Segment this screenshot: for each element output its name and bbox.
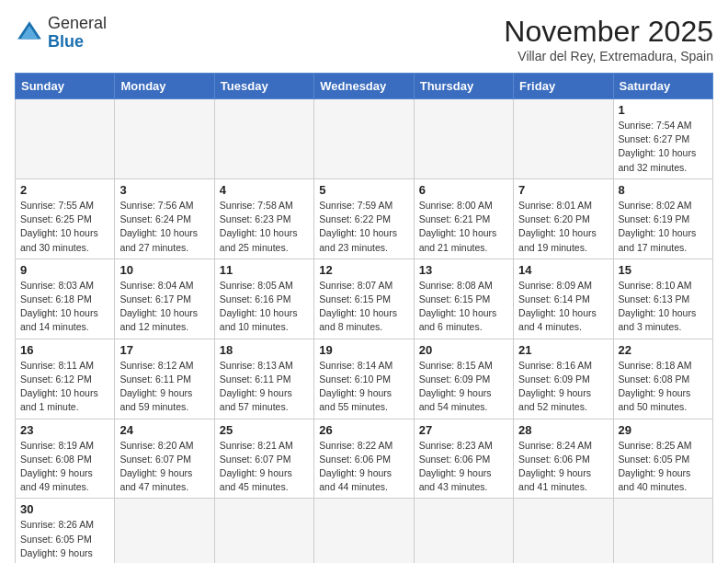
- day-number: 29: [619, 423, 708, 437]
- calendar-cell: 10Sunrise: 8:04 AM Sunset: 6:17 PM Dayli…: [115, 259, 214, 339]
- calendar-cell: [214, 99, 313, 179]
- calendar-cell: 28Sunrise: 8:24 AM Sunset: 6:06 PM Dayli…: [514, 419, 613, 499]
- weekday-header-thursday: Thursday: [414, 74, 513, 99]
- day-info: Sunrise: 8:18 AM Sunset: 6:08 PM Dayligh…: [619, 359, 708, 415]
- day-number: 30: [20, 502, 109, 516]
- day-number: 8: [619, 183, 708, 197]
- day-number: 19: [319, 343, 408, 357]
- calendar-cell: 15Sunrise: 8:10 AM Sunset: 6:13 PM Dayli…: [613, 259, 712, 339]
- day-info: Sunrise: 8:24 AM Sunset: 6:06 PM Dayligh…: [518, 439, 608, 495]
- weekday-header-row: SundayMondayTuesdayWednesdayThursdayFrid…: [16, 74, 713, 99]
- day-info: Sunrise: 8:23 AM Sunset: 6:06 PM Dayligh…: [419, 439, 508, 495]
- day-info: Sunrise: 8:14 AM Sunset: 6:10 PM Dayligh…: [319, 359, 408, 415]
- calendar-cell: 2Sunrise: 7:55 AM Sunset: 6:25 PM Daylig…: [16, 178, 115, 259]
- day-number: 21: [518, 343, 608, 357]
- day-number: 4: [220, 183, 309, 197]
- day-info: Sunrise: 8:09 AM Sunset: 6:14 PM Dayligh…: [518, 279, 608, 335]
- calendar-cell: 11Sunrise: 8:05 AM Sunset: 6:16 PM Dayli…: [214, 259, 313, 339]
- logo-blue-text: Blue: [48, 32, 84, 51]
- calendar-cell: [314, 499, 414, 563]
- day-number: 16: [20, 343, 109, 357]
- calendar-cell: [514, 99, 613, 179]
- calendar-subtitle: Villar del Rey, Extremadura, Spain: [504, 49, 713, 63]
- calendar-cell: [16, 99, 115, 179]
- day-info: Sunrise: 8:12 AM Sunset: 6:11 PM Dayligh…: [119, 359, 209, 415]
- day-number: 22: [619, 343, 708, 357]
- day-info: Sunrise: 8:02 AM Sunset: 6:19 PM Dayligh…: [619, 199, 708, 255]
- weekday-header-saturday: Saturday: [613, 74, 712, 99]
- day-info: Sunrise: 7:54 AM Sunset: 6:27 PM Dayligh…: [619, 119, 708, 175]
- day-number: 18: [220, 343, 309, 357]
- calendar-cell: 25Sunrise: 8:21 AM Sunset: 6:07 PM Dayli…: [214, 419, 313, 499]
- weekday-header-sunday: Sunday: [16, 74, 115, 99]
- day-number: 2: [20, 183, 109, 197]
- calendar-cell: [414, 499, 513, 563]
- day-info: Sunrise: 8:15 AM Sunset: 6:09 PM Dayligh…: [419, 359, 508, 415]
- calendar-cell: [314, 99, 414, 179]
- day-number: 20: [419, 343, 508, 357]
- day-number: 14: [518, 263, 608, 277]
- calendar-cell: 29Sunrise: 8:25 AM Sunset: 6:05 PM Dayli…: [613, 419, 712, 499]
- day-number: 1: [619, 103, 708, 117]
- calendar-week-row: 2Sunrise: 7:55 AM Sunset: 6:25 PM Daylig…: [16, 178, 713, 259]
- calendar-cell: [115, 99, 214, 179]
- day-number: 12: [319, 263, 408, 277]
- day-info: Sunrise: 8:00 AM Sunset: 6:21 PM Dayligh…: [419, 199, 508, 255]
- calendar-week-row: 30Sunrise: 8:26 AM Sunset: 6:05 PM Dayli…: [16, 499, 713, 563]
- calendar-cell: 12Sunrise: 8:07 AM Sunset: 6:15 PM Dayli…: [314, 259, 414, 339]
- day-number: 7: [518, 183, 608, 197]
- day-info: Sunrise: 8:11 AM Sunset: 6:12 PM Dayligh…: [20, 359, 109, 415]
- weekday-header-wednesday: Wednesday: [314, 74, 414, 99]
- day-number: 25: [220, 423, 309, 437]
- calendar-cell: 30Sunrise: 8:26 AM Sunset: 6:05 PM Dayli…: [16, 499, 115, 563]
- day-info: Sunrise: 8:26 AM Sunset: 6:05 PM Dayligh…: [20, 518, 109, 563]
- day-number: 24: [119, 423, 209, 437]
- day-number: 10: [119, 263, 209, 277]
- day-info: Sunrise: 7:59 AM Sunset: 6:22 PM Dayligh…: [319, 199, 408, 255]
- day-info: Sunrise: 8:25 AM Sunset: 6:05 PM Dayligh…: [619, 439, 708, 495]
- day-number: 15: [619, 263, 708, 277]
- weekday-header-monday: Monday: [115, 74, 214, 99]
- calendar-cell: 18Sunrise: 8:13 AM Sunset: 6:11 PM Dayli…: [214, 339, 313, 419]
- calendar-cell: 4Sunrise: 7:58 AM Sunset: 6:23 PM Daylig…: [214, 178, 313, 259]
- calendar-cell: 19Sunrise: 8:14 AM Sunset: 6:10 PM Dayli…: [314, 339, 414, 419]
- day-number: 27: [419, 423, 508, 437]
- calendar-week-row: 9Sunrise: 8:03 AM Sunset: 6:18 PM Daylig…: [16, 259, 713, 339]
- day-number: 3: [119, 183, 209, 197]
- day-number: 28: [518, 423, 608, 437]
- day-info: Sunrise: 8:07 AM Sunset: 6:15 PM Dayligh…: [319, 279, 408, 335]
- calendar-cell: 5Sunrise: 7:59 AM Sunset: 6:22 PM Daylig…: [314, 178, 414, 259]
- day-number: 5: [319, 183, 408, 197]
- day-info: Sunrise: 7:58 AM Sunset: 6:23 PM Dayligh…: [220, 199, 309, 255]
- calendar-cell: 24Sunrise: 8:20 AM Sunset: 6:07 PM Dayli…: [115, 419, 214, 499]
- calendar-cell: 22Sunrise: 8:18 AM Sunset: 6:08 PM Dayli…: [613, 339, 712, 419]
- logo-icon: [15, 18, 44, 48]
- calendar-cell: 26Sunrise: 8:22 AM Sunset: 6:06 PM Dayli…: [314, 419, 414, 499]
- calendar-cell: [115, 499, 214, 563]
- day-number: 13: [419, 263, 508, 277]
- day-info: Sunrise: 8:05 AM Sunset: 6:16 PM Dayligh…: [220, 279, 309, 335]
- day-info: Sunrise: 8:13 AM Sunset: 6:11 PM Dayligh…: [220, 359, 309, 415]
- day-info: Sunrise: 8:08 AM Sunset: 6:15 PM Dayligh…: [419, 279, 508, 335]
- day-info: Sunrise: 8:10 AM Sunset: 6:13 PM Dayligh…: [619, 279, 708, 335]
- calendar-cell: 8Sunrise: 8:02 AM Sunset: 6:19 PM Daylig…: [613, 178, 712, 259]
- day-number: 9: [20, 263, 109, 277]
- page-header: General Blue November 2025 Villar del Re…: [15, 15, 713, 63]
- calendar-cell: [613, 499, 712, 563]
- day-info: Sunrise: 8:22 AM Sunset: 6:06 PM Dayligh…: [319, 439, 408, 495]
- calendar-title: November 2025: [504, 15, 713, 49]
- calendar-cell: [514, 499, 613, 563]
- day-number: 11: [220, 263, 309, 277]
- calendar-cell: 7Sunrise: 8:01 AM Sunset: 6:20 PM Daylig…: [514, 178, 613, 259]
- calendar-cell: 16Sunrise: 8:11 AM Sunset: 6:12 PM Dayli…: [16, 339, 115, 419]
- calendar-week-row: 23Sunrise: 8:19 AM Sunset: 6:08 PM Dayli…: [16, 419, 713, 499]
- logo: General Blue: [15, 15, 107, 52]
- day-info: Sunrise: 8:19 AM Sunset: 6:08 PM Dayligh…: [20, 439, 109, 495]
- calendar-cell: [414, 99, 513, 179]
- calendar-cell: 14Sunrise: 8:09 AM Sunset: 6:14 PM Dayli…: [514, 259, 613, 339]
- day-info: Sunrise: 7:55 AM Sunset: 6:25 PM Dayligh…: [20, 199, 109, 255]
- calendar-cell: 1Sunrise: 7:54 AM Sunset: 6:27 PM Daylig…: [613, 99, 712, 179]
- calendar-cell: 3Sunrise: 7:56 AM Sunset: 6:24 PM Daylig…: [115, 178, 214, 259]
- logo-general-text: General: [48, 14, 107, 32]
- day-info: Sunrise: 8:01 AM Sunset: 6:20 PM Dayligh…: [518, 199, 608, 255]
